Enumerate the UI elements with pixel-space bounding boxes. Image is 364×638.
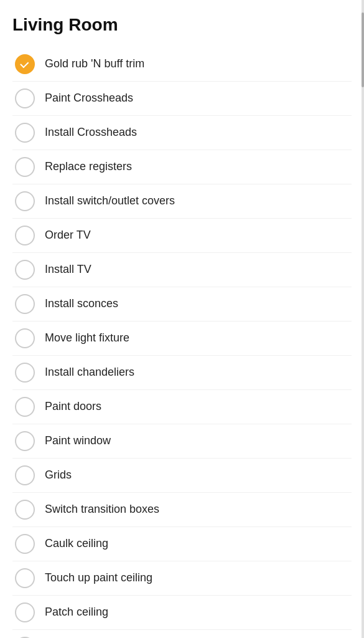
- task-list: Gold rub 'N buff trimPaint CrossheadsIns…: [12, 47, 352, 638]
- task-item[interactable]: Caulk ceiling: [12, 527, 352, 561]
- task-label: Patch ceiling: [45, 604, 108, 620]
- task-label: Install chandeliers: [45, 364, 134, 380]
- task-item[interactable]: Patch ceiling: [12, 596, 352, 630]
- task-label: Touch up paint ceiling: [45, 570, 152, 586]
- checkbox-unchecked[interactable]: [15, 88, 35, 108]
- task-label: Move light fixture: [45, 330, 129, 346]
- checkbox-unchecked[interactable]: [15, 294, 35, 314]
- checkbox-unchecked[interactable]: [15, 431, 35, 451]
- task-item[interactable]: Replace registers: [12, 150, 352, 184]
- task-item[interactable]: Order TV: [12, 219, 352, 253]
- task-label: Paint Crossheads: [45, 90, 133, 106]
- checkbox-unchecked[interactable]: [15, 328, 35, 348]
- checkbox-unchecked[interactable]: [15, 157, 35, 177]
- task-label: Replace registers: [45, 159, 132, 174]
- task-item[interactable]: Install sconces: [12, 287, 352, 321]
- task-item[interactable]: Install chandeliers: [12, 356, 352, 390]
- task-label: Install Crossheads: [45, 125, 137, 140]
- checkbox-unchecked[interactable]: [15, 123, 35, 143]
- task-item[interactable]: Install Crossheads: [12, 116, 352, 150]
- task-item[interactable]: Patch floors: [12, 630, 352, 638]
- task-item[interactable]: Move light fixture: [12, 321, 352, 356]
- checkbox-unchecked[interactable]: [15, 465, 35, 485]
- task-item[interactable]: Paint Crossheads: [12, 82, 352, 116]
- checkbox-unchecked[interactable]: [15, 500, 35, 520]
- task-label: Gold rub 'N buff trim: [45, 56, 144, 72]
- task-label: Install TV: [45, 262, 91, 277]
- task-item[interactable]: Touch up paint ceiling: [12, 561, 352, 596]
- task-item[interactable]: Switch transition boxes: [12, 493, 352, 527]
- checkbox-unchecked[interactable]: [15, 534, 35, 554]
- checkbox-unchecked[interactable]: [15, 260, 35, 280]
- task-item[interactable]: Grids: [12, 459, 352, 493]
- task-label: Caulk ceiling: [45, 536, 108, 551]
- checkbox-checked[interactable]: [15, 54, 35, 74]
- checkbox-unchecked[interactable]: [15, 226, 35, 245]
- task-label: Grids: [45, 467, 72, 483]
- task-label: Switch transition boxes: [45, 502, 159, 517]
- task-label: Paint window: [45, 433, 111, 449]
- task-item[interactable]: Gold rub 'N buff trim: [12, 47, 352, 82]
- checkbox-unchecked[interactable]: [15, 568, 35, 588]
- task-label: Install sconces: [45, 296, 118, 312]
- page-title: Living Room: [12, 15, 352, 35]
- task-item[interactable]: Paint doors: [12, 390, 352, 424]
- checkbox-unchecked[interactable]: [15, 397, 35, 417]
- task-item[interactable]: Paint window: [12, 424, 352, 459]
- scrollbar-thumb[interactable]: [362, 12, 364, 87]
- task-label: Install switch/outlet covers: [45, 193, 175, 209]
- scrollbar-track[interactable]: [362, 0, 364, 638]
- task-label: Order TV: [45, 227, 91, 243]
- checkbox-unchecked[interactable]: [15, 191, 35, 211]
- checkbox-unchecked[interactable]: [15, 602, 35, 622]
- task-label: Paint doors: [45, 399, 101, 414]
- task-item[interactable]: Install switch/outlet covers: [12, 184, 352, 219]
- task-item[interactable]: Install TV: [12, 253, 352, 287]
- checkbox-unchecked[interactable]: [15, 363, 35, 383]
